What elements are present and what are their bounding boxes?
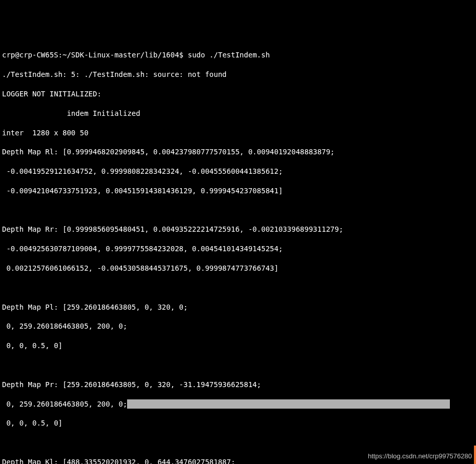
- prompt-user-host: crp@crp-CW65S: [2, 51, 58, 59]
- watermark-text: https://blog.csdn.net/crp997576280: [368, 452, 472, 461]
- output-line: -0.00419529121634752, 0.9999808228342324…: [2, 167, 474, 176]
- prompt-cwd: ~/SDK-Linux-master/lib/1604: [63, 51, 179, 59]
- output-line: 0.00212576061066152, -0.0045305884453716…: [2, 264, 474, 273]
- pr-l2-text: 0, 259.260186463805, 200, 0;: [2, 400, 127, 408]
- right-edge-accent: [474, 446, 476, 464]
- output-line: inter 1280 x 800 50: [2, 128, 474, 138]
- output-blank: [2, 360, 474, 370]
- command-text: sudo ./TestIndem.sh: [188, 51, 270, 59]
- output-line: indem Initialized: [2, 109, 474, 118]
- output-line: 0, 0, 0.5, 0]: [2, 341, 474, 351]
- output-blank: [2, 206, 474, 215]
- prompt-line: crp@crp-CW65S:~/SDK-Linux-master/lib/160…: [2, 50, 474, 60]
- output-blank: [2, 283, 474, 293]
- output-line: Depth Map Pr: [259.260186463805, 0, 320,…: [2, 380, 474, 390]
- output-line: ./TestIndem.sh: 5: ./TestIndem.sh: sourc…: [2, 70, 474, 79]
- output-line: -0.004925630787109004, 0.999977558423202…: [2, 244, 474, 254]
- text-selection: [127, 399, 450, 409]
- output-line: Depth Map Rl: [0.9999468202909845, 0.004…: [2, 147, 474, 157]
- output-line: Depth Map Pl: [259.260186463805, 0, 320,…: [2, 302, 474, 312]
- prompt-sep: $: [179, 51, 183, 59]
- output-line: -0.009421046733751923, 0.004515914381436…: [2, 186, 474, 196]
- output-line: 0, 0, 0.5, 0]: [2, 418, 474, 428]
- output-line: 0, 259.260186463805, 200, 0;: [2, 321, 474, 331]
- output-line-selected: 0, 259.260186463805, 200, 0;: [2, 399, 474, 409]
- output-blank: [2, 438, 474, 448]
- output-line: Depth Map Rr: [0.9999856095480451, 0.004…: [2, 225, 474, 234]
- output-line: LOGGER NOT INITIALIZED:: [2, 89, 474, 99]
- terminal-window[interactable]: crp@crp-CW65S:~/SDK-Linux-master/lib/160…: [0, 39, 476, 464]
